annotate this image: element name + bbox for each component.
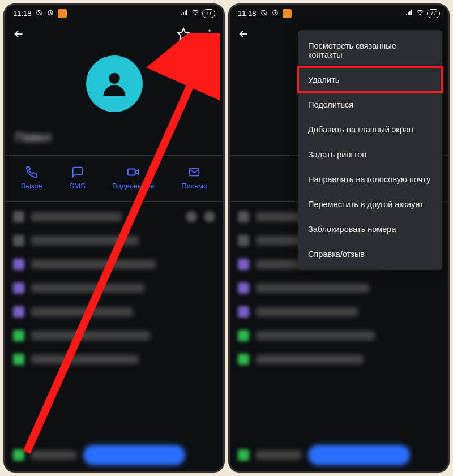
sms-label: SMS — [69, 182, 85, 190]
menu-help-feedback[interactable]: Справка/отзыв — [298, 242, 442, 267]
signal-icon — [405, 8, 413, 18]
video-call-button[interactable]: Видеовызов — [112, 166, 154, 190]
signal-icon — [181, 8, 189, 18]
overflow-menu-button[interactable] — [202, 26, 217, 42]
app-indicator-icon — [58, 9, 67, 18]
svg-point-7 — [208, 30, 210, 32]
divider — [5, 201, 223, 202]
svg-point-8 — [208, 33, 210, 35]
svg-rect-11 — [128, 169, 135, 175]
contact-avatar[interactable] — [86, 55, 143, 112]
overflow-menu: Посмотреть связанные контакты Удалить По… — [298, 30, 442, 270]
menu-delete[interactable]: Удалить — [298, 67, 442, 92]
wifi-icon — [191, 8, 200, 18]
back-button[interactable] — [236, 26, 251, 42]
phone-screen-left: 11:18 77 — [3, 3, 225, 473]
alarm-off-icon — [35, 8, 43, 18]
back-button[interactable] — [11, 26, 27, 42]
email-label: Письмо — [181, 182, 207, 190]
favorite-star-button[interactable] — [176, 26, 191, 42]
menu-set-ringtone[interactable]: Задать рингтон — [298, 142, 442, 167]
menu-add-to-home[interactable]: Добавить на главный экран — [298, 117, 442, 142]
svg-point-19 — [420, 14, 421, 15]
menu-block-numbers[interactable]: Заблокировать номера — [298, 217, 442, 242]
battery-indicator: 77 — [202, 9, 215, 18]
status-time: 11:18 — [13, 9, 32, 18]
email-button[interactable]: Письмо — [181, 166, 207, 190]
status-bar: 11:18 77 — [230, 5, 448, 20]
app-indicator-icon — [283, 9, 292, 18]
battery-indicator: 77 — [427, 9, 440, 18]
sms-button[interactable]: SMS — [69, 166, 85, 190]
contact-avatar-section — [5, 55, 223, 112]
svg-point-5 — [195, 14, 196, 15]
status-time: 11:18 — [238, 9, 257, 18]
contact-name: Павел — [15, 130, 223, 145]
divider — [5, 155, 223, 156]
contact-details-blurred — [5, 205, 223, 471]
app-topbar — [5, 20, 223, 45]
wifi-icon — [416, 8, 425, 18]
call-label: Вызов — [21, 182, 42, 190]
menu-route-voicemail[interactable]: Направлять на голосовую почту — [298, 167, 442, 192]
menu-linked-contacts[interactable]: Посмотреть связанные контакты — [298, 33, 442, 67]
alarm-icon — [271, 8, 279, 18]
alarm-off-icon — [260, 8, 268, 18]
side-by-side-container: 11:18 77 — [0, 0, 453, 476]
svg-line-4 — [50, 13, 52, 14]
svg-line-18 — [275, 13, 276, 14]
svg-point-10 — [109, 73, 119, 84]
menu-move-account[interactable]: Переместить в другой аккаунт — [298, 192, 442, 217]
menu-share[interactable]: Поделиться — [298, 92, 442, 117]
alarm-icon — [46, 8, 54, 18]
video-label: Видеовызов — [112, 182, 154, 190]
phone-screen-right: 11:18 77 — [228, 3, 450, 473]
svg-point-9 — [208, 36, 210, 38]
call-button[interactable]: Вызов — [21, 166, 42, 190]
status-bar: 11:18 77 — [5, 5, 223, 20]
svg-marker-6 — [178, 28, 189, 40]
action-row: Вызов SMS Видеовызов Письмо — [5, 159, 223, 198]
